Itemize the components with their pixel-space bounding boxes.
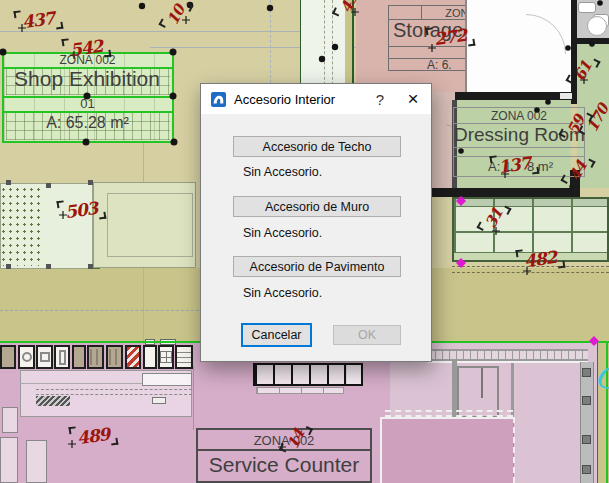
redline-mark: 542 <box>69 38 104 59</box>
redline-mark: 272 <box>433 27 468 48</box>
redline-mark: 489 <box>76 426 111 447</box>
dialog-title: Accesorio Interior <box>234 92 335 107</box>
help-button[interactable]: ? <box>365 85 395 113</box>
pavimento-status-text: Sin Accesorio. <box>243 286 322 300</box>
redline-mark: 137 <box>497 155 532 176</box>
archicad-icon <box>211 92 226 107</box>
cancel-button[interactable]: Cancelar <box>241 323 312 347</box>
techo-status-text: Sin Accesorio. <box>243 165 322 179</box>
redline-mark: 482 <box>523 249 558 270</box>
ok-button[interactable]: OK <box>333 325 401 345</box>
accesorio-interior-dialog[interactable]: Accesorio Interior ? × Accesorio de Tech… <box>200 83 432 362</box>
redline-mark: 437 <box>21 10 56 31</box>
floor-plan-canvas[interactable]: ZONA 002 Storage A: 6. ZONA 002 Dressing… <box>0 0 609 483</box>
dialog-title-bar[interactable]: Accesorio Interior ? × <box>201 84 431 114</box>
accesorio-pavimento-button[interactable]: Accesorio de Pavimento <box>233 256 401 277</box>
close-icon[interactable]: × <box>395 85 431 113</box>
accesorio-techo-button[interactable]: Accesorio de Techo <box>233 136 401 157</box>
accesorio-muro-button[interactable]: Accesorio de Muro <box>233 196 401 217</box>
muro-status-text: Sin Accesorio. <box>243 226 322 240</box>
redline-mark: 503 <box>64 200 99 221</box>
